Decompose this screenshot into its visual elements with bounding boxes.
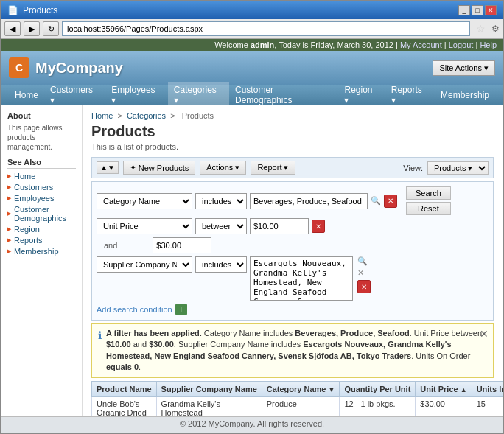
footer: © 2012 MyCompany. All rights reserved.	[1, 416, 503, 433]
breadcrumb-categories[interactable]: Categories	[127, 111, 166, 120]
nav-customer-demographics[interactable]: Customer Demographics	[229, 82, 338, 108]
new-icon: ✦	[130, 163, 136, 172]
filter-field-3[interactable]: Supplier Company Name	[97, 256, 192, 273]
filter-notice-close[interactable]: ✕	[480, 327, 489, 342]
company-logo: C MyCompany	[9, 57, 123, 78]
nav-employees[interactable]: Employees ▾	[105, 82, 168, 108]
tools-icon[interactable]: ⚙	[491, 24, 500, 34]
cell-price-1: $30.00	[416, 396, 472, 416]
new-products-label: New Products	[139, 164, 189, 172]
content-wrapper: About This page allows products manageme…	[1, 105, 503, 416]
sidebar-item-customer-demographics[interactable]: Customer Demographics	[7, 205, 76, 223]
filter-search-icon-3: 🔍	[357, 256, 371, 266]
close-button[interactable]: ✕	[485, 5, 497, 15]
col-quantity[interactable]: Quantity Per Unit	[340, 381, 416, 396]
filter-row-1: Category Name includes 🔍 ✕ Search Reset	[97, 186, 489, 215]
table-wrapper: Product Name Supplier Company Name Categ…	[91, 381, 494, 416]
page-title: Products	[91, 123, 494, 140]
col-unit-price[interactable]: Unit Price ▲	[416, 381, 472, 396]
col-product-name[interactable]: Product Name	[92, 381, 157, 396]
filter-remove-3[interactable]: ✕	[357, 280, 371, 293]
title-bar-left: 📄 Products	[7, 5, 57, 15]
nav-reports[interactable]: Reports ▾	[385, 82, 435, 108]
company-header: C MyCompany Site Actions ▾	[1, 51, 503, 85]
filter-row-3: Supplier Company Name includes Escargots…	[97, 256, 489, 301]
filter-value-1[interactable]	[250, 193, 368, 209]
page-icon: 📄	[7, 5, 18, 15]
nav-region[interactable]: Region ▾	[338, 82, 385, 108]
cell-quantity-1: 12 - 1 lb pkgs.	[340, 396, 416, 416]
filter-section: Category Name includes 🔍 ✕ Search Reset	[91, 181, 494, 321]
company-name: MyCompany	[35, 60, 123, 77]
search-buttons: Search Reset	[406, 186, 451, 215]
maximize-button[interactable]: □	[472, 5, 483, 15]
address-bar[interactable]	[62, 21, 470, 36]
breadcrumb-current: Products	[182, 111, 214, 120]
filter-field-2[interactable]: Unit Price	[97, 218, 192, 234]
report-button[interactable]: Report ▾	[251, 161, 295, 175]
filter-field-1[interactable]: Category Name	[97, 193, 192, 209]
products-table: Product Name Supplier Company Name Categ…	[91, 381, 503, 416]
new-products-button[interactable]: ✦ New Products	[123, 161, 195, 175]
sidebar-item-reports[interactable]: Reports	[7, 236, 76, 245]
filter-op-2[interactable]: between	[195, 218, 247, 234]
collapse-button[interactable]: ▲▼	[97, 161, 119, 174]
info-bar: Welcome admin, Today is Friday, March 30…	[1, 39, 503, 51]
filter-value-2a[interactable]	[250, 218, 309, 234]
breadcrumb-sep2: >	[170, 111, 177, 120]
favorites-icon[interactable]: ☆	[476, 23, 486, 35]
filter-remove-1[interactable]: ✕	[384, 195, 397, 208]
sidebar-see-also-title: See Also	[7, 158, 76, 169]
sort-icon-category: ▼	[329, 386, 335, 393]
view-label: View:	[403, 164, 423, 172]
sidebar-item-region[interactable]: Region	[7, 225, 76, 234]
filter-op-1[interactable]: includes	[195, 193, 247, 209]
filter-value-3[interactable]: Escargots Nouveaux, Grandma Kelly's Home…	[250, 256, 353, 301]
back-button[interactable]: ◀	[4, 21, 21, 36]
logout-link[interactable]: Logout	[449, 41, 474, 49]
filter-notice: ℹ A filter has been applied. Category Na…	[91, 323, 494, 378]
and-label: and	[104, 241, 117, 250]
browser-chrome: ◀ ▶ ↻ ☆ ⚙	[1, 19, 503, 39]
add-condition-label: Add search condition	[97, 305, 172, 314]
my-account-link[interactable]: My Account	[400, 41, 442, 49]
nav-home[interactable]: Home	[9, 87, 44, 103]
filter-clear-icon-3: ✕	[357, 268, 371, 278]
forward-button[interactable]: ▶	[24, 21, 40, 36]
table-header: Product Name Supplier Company Name Categ…	[92, 381, 503, 396]
main-nav: Home Customers ▾ Employees ▾ Categories …	[1, 85, 503, 105]
logo-letter: C	[15, 62, 23, 74]
nav-bar: ◀ ▶ ↻ ☆ ⚙	[1, 19, 503, 38]
cell-category-1: Produce	[262, 396, 340, 416]
actions-button[interactable]: Actions ▾	[200, 161, 246, 175]
window: 📄 Products _ □ ✕ ◀ ▶ ↻ ☆ ⚙ Welcome admin…	[0, 0, 504, 434]
page-description: This is a list of products.	[91, 142, 494, 151]
nav-categories[interactable]: Categories ▾	[168, 82, 229, 108]
filter-value-2b[interactable]	[153, 237, 211, 253]
filter-row-2: Unit Price between ✕	[97, 218, 489, 234]
breadcrumb-home[interactable]: Home	[91, 111, 113, 120]
sidebar-about-desc: This page allows products management.	[7, 123, 76, 152]
refresh-button[interactable]: ↻	[43, 21, 59, 36]
filter-remove-2[interactable]: ✕	[312, 220, 325, 233]
breadcrumb: Home > Categories > Products	[91, 111, 494, 120]
filter-and-row: and	[97, 237, 489, 253]
add-condition[interactable]: Add search condition +	[97, 304, 489, 315]
reset-button[interactable]: Reset	[406, 202, 451, 215]
sidebar-item-home[interactable]: Home	[7, 172, 76, 181]
filter-op-3[interactable]: includes	[195, 256, 247, 273]
minimize-button[interactable]: _	[458, 5, 470, 15]
nav-customers[interactable]: Customers ▾	[44, 82, 105, 108]
title-bar: 📄 Products _ □ ✕	[1, 1, 503, 19]
search-button[interactable]: Search	[406, 186, 451, 200]
sidebar-item-customers[interactable]: Customers	[7, 183, 76, 192]
site-actions-button[interactable]: Site Actions ▾	[433, 60, 495, 76]
nav-membership[interactable]: Membership	[435, 87, 495, 103]
col-supplier[interactable]: Supplier Company Name	[156, 381, 262, 396]
sidebar-item-membership[interactable]: Membership	[7, 247, 76, 256]
sidebar-item-employees[interactable]: Employees	[7, 194, 76, 203]
view-select[interactable]: Products ▾	[427, 161, 489, 175]
col-category[interactable]: Category Name ▼	[262, 381, 340, 396]
col-units-in-stock[interactable]: Units In Stock	[472, 381, 503, 396]
help-link[interactable]: Help	[480, 41, 497, 49]
